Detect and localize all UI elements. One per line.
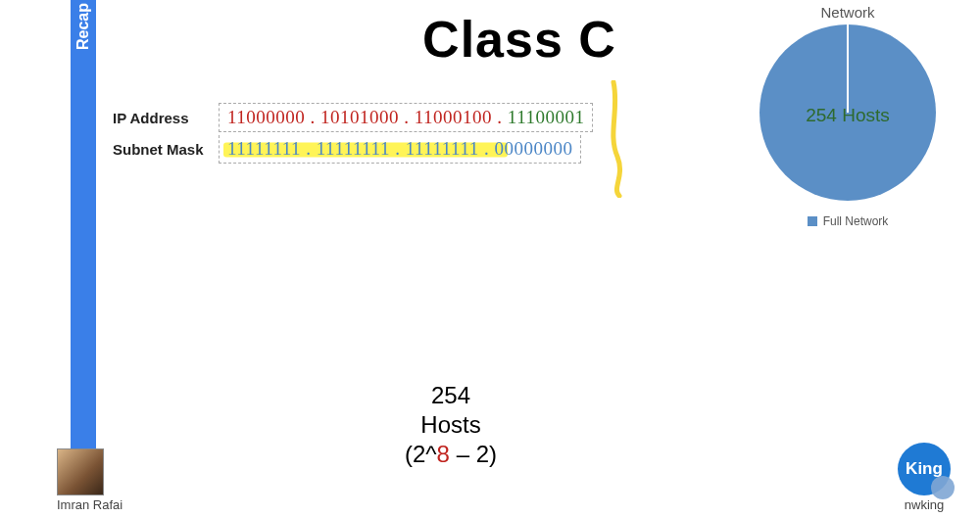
mask-ones: 11111111 . 11111111 . 11111111 . [227,138,489,159]
recap-sidebar: Recap [71,0,96,470]
legend-swatch [808,216,817,226]
chart-legend: Full Network [745,214,951,228]
ip-host-bits: 11100001 [503,107,585,127]
recap-label: Recap [74,3,92,50]
slide-title: Class C [314,10,725,69]
chart-title: Network [745,4,951,21]
avatar [57,448,104,495]
mask-label: Subnet Mask [113,141,219,158]
host-formula: (2^8 – 2) [323,440,578,469]
ip-bits: 11000000 . 10101000 . 11000100 . 1110000… [219,103,593,132]
brand-name: nwking [898,497,951,512]
brand: King nwking [898,443,951,512]
chart-area: Network 254 Hosts Full Network [745,4,951,228]
divider-stroke [604,80,633,198]
mask-row: Subnet Mask 11111111 . 11111111 . 111111… [113,133,593,165]
pie-center-label: 254 Hosts [760,105,936,126]
pie-radius-line [847,24,849,113]
mask-zeros: 00000000 [489,138,572,159]
binary-table: IP Address 11000000 . 10101000 . 1100010… [113,102,593,165]
host-count: 254 [323,381,578,410]
presenter: Imran Rafai [57,448,122,512]
presenter-name: Imran Rafai [57,497,122,512]
ip-network-bits: 11000000 . 10101000 . 11000100 . [227,107,503,127]
legend-label: Full Network [823,214,889,228]
pie-chart: 254 Hosts [760,24,936,201]
mask-bits: 11111111 . 11111111 . 11111111 . 0000000… [219,135,581,164]
host-calculation: 254 Hosts (2^8 – 2) [323,381,578,469]
ip-label: IP Address [113,110,219,126]
ip-row: IP Address 11000000 . 10101000 . 1100010… [113,102,593,133]
host-label: Hosts [323,410,578,440]
brand-badge: King [898,443,951,495]
